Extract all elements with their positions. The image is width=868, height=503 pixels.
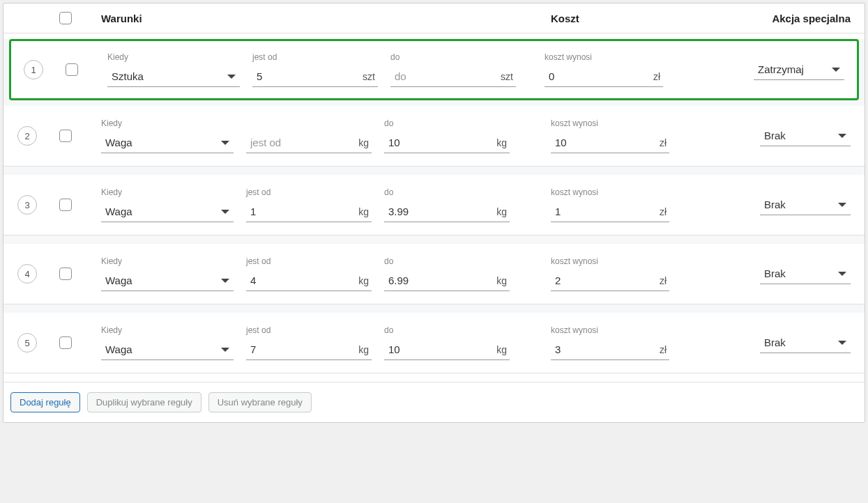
chevron-down-icon xyxy=(832,68,840,72)
from-input[interactable] xyxy=(255,70,360,83)
row-number[interactable]: 4 xyxy=(17,264,37,284)
select-value: Brak xyxy=(764,268,786,279)
field-label: Kiedy xyxy=(101,325,234,335)
from-input[interactable] xyxy=(249,205,356,218)
when-select[interactable]: Waga xyxy=(101,339,234,360)
cost-input[interactable] xyxy=(554,136,657,149)
rule-row: 3KiedyWagajest odkgdokgkoszt wynosizłBra… xyxy=(3,175,865,235)
cost-input[interactable] xyxy=(554,274,657,287)
duplicate-rules-button[interactable]: Duplikuj wybrane reguły xyxy=(87,392,201,412)
to-input[interactable] xyxy=(387,136,494,149)
when-select[interactable]: Sztuka xyxy=(107,66,240,87)
row-checkbox[interactable] xyxy=(66,63,78,76)
rule-row: 5KiedyWagajest odkgdokgkoszt wynosizłBra… xyxy=(3,313,865,373)
to-input[interactable] xyxy=(387,343,494,356)
when-select[interactable]: Waga xyxy=(101,132,234,153)
field-label: koszt wynosi xyxy=(551,256,669,266)
when-select[interactable]: Waga xyxy=(101,201,234,222)
rule-row: 4KiedyWagajest odkgdokgkoszt wynosizłBra… xyxy=(3,244,865,304)
unit-suffix: szt xyxy=(363,71,375,82)
field-label: Kiedy xyxy=(107,52,240,62)
field-label: jest od xyxy=(246,325,372,335)
field: jest odkg xyxy=(246,325,372,360)
to-input[interactable] xyxy=(393,70,498,83)
from-input[interactable] xyxy=(249,274,356,287)
action-select[interactable]: Brak xyxy=(760,332,851,353)
field: dokg xyxy=(384,118,510,153)
when-select[interactable]: Waga xyxy=(101,270,234,291)
select-value: Sztuka xyxy=(112,70,144,82)
from-input[interactable] xyxy=(249,343,356,356)
select-value: Brak xyxy=(764,336,786,348)
row-number[interactable]: 5 xyxy=(17,333,37,353)
field: koszt wynosizł xyxy=(551,118,669,153)
to-input-wrap: kg xyxy=(384,339,510,360)
field-label: do xyxy=(384,325,510,335)
unit-suffix: kg xyxy=(496,206,507,217)
unit-suffix: kg xyxy=(496,344,507,355)
row-checkbox[interactable] xyxy=(59,268,72,280)
select-value: Waga xyxy=(105,206,132,217)
row-checkbox[interactable] xyxy=(59,336,72,349)
rule-row: 1KiedySztukajest odsztdosztkoszt wynosiz… xyxy=(9,39,859,100)
from-input-wrap: kg xyxy=(246,201,372,222)
select-value: Brak xyxy=(764,130,786,141)
to-input-wrap: kg xyxy=(384,270,510,291)
field-label: Kiedy xyxy=(101,187,234,197)
delete-rules-button[interactable]: Usuń wybrane reguły xyxy=(208,392,312,412)
field: koszt wynosizł xyxy=(551,187,669,222)
cost-input[interactable] xyxy=(554,343,657,356)
field-label: koszt wynosi xyxy=(551,325,669,335)
field-label: koszt wynosi xyxy=(551,187,669,197)
from-input[interactable] xyxy=(249,136,356,149)
unit-suffix: zł xyxy=(660,275,667,286)
to-input-wrap: kg xyxy=(384,132,510,153)
field: koszt wynosizł xyxy=(551,325,669,360)
rule-row: 2KiedyWaga kgdokgkoszt wynosizłBrak xyxy=(3,106,865,167)
action-select[interactable]: Brak xyxy=(760,263,851,284)
rules-panel: Warunki Koszt Akcja specjalna 1KiedySztu… xyxy=(3,3,865,423)
select-all-checkbox[interactable] xyxy=(59,12,72,24)
field-label: koszt wynosi xyxy=(545,52,663,62)
cost-input-wrap: zł xyxy=(551,270,669,291)
field-label: do xyxy=(384,118,510,128)
row-checkbox[interactable] xyxy=(59,130,72,142)
add-rule-button[interactable]: Dodaj regułę xyxy=(10,392,80,412)
to-input[interactable] xyxy=(387,205,494,218)
action-select[interactable]: Brak xyxy=(760,125,851,146)
field: jest odszt xyxy=(252,52,378,87)
field: jest odkg xyxy=(246,187,372,222)
chevron-down-icon xyxy=(838,203,846,207)
row-number[interactable]: 2 xyxy=(17,126,37,146)
from-input-wrap: kg xyxy=(246,270,372,291)
field: KiedyWaga xyxy=(101,187,234,222)
rules-list: 1KiedySztukajest odsztdosztkoszt wynosiz… xyxy=(3,39,865,373)
field: doszt xyxy=(390,52,516,87)
unit-suffix: zł xyxy=(660,137,667,148)
cost-input-wrap: zł xyxy=(551,132,669,153)
action-select[interactable]: Zatrzymaj xyxy=(754,59,844,80)
row-checkbox[interactable] xyxy=(59,199,72,211)
unit-suffix: zł xyxy=(653,71,660,82)
cost-input[interactable] xyxy=(547,70,650,83)
unit-suffix: kg xyxy=(358,206,369,217)
row-number[interactable]: 1 xyxy=(24,60,43,79)
row-number[interactable]: 3 xyxy=(17,195,37,215)
cost-input-wrap: zł xyxy=(551,201,669,222)
field-label xyxy=(246,118,372,128)
to-input[interactable] xyxy=(387,274,494,287)
field: jest odkg xyxy=(246,256,372,291)
unit-suffix: szt xyxy=(501,71,513,82)
chevron-down-icon xyxy=(838,341,846,345)
cost-input-wrap: zł xyxy=(551,339,669,360)
cost-input[interactable] xyxy=(554,205,657,218)
to-input-wrap: kg xyxy=(384,201,510,222)
chevron-down-icon xyxy=(221,141,229,145)
cost-input-wrap: zł xyxy=(545,66,663,87)
field: KiedyWaga xyxy=(101,256,234,291)
chevron-down-icon xyxy=(838,134,846,138)
action-select[interactable]: Brak xyxy=(760,194,851,215)
field-label: do xyxy=(384,256,510,266)
field-label: jest od xyxy=(246,256,372,266)
field: kg xyxy=(246,118,372,153)
